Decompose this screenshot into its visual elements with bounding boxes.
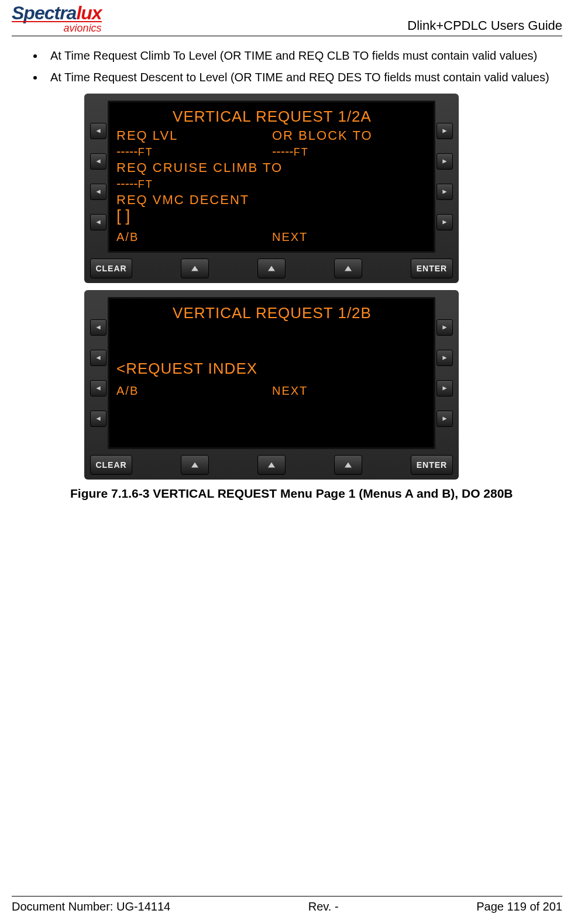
enter-button[interactable]: ENTER [411, 455, 453, 475]
footer-ab[interactable]: A/B [116, 384, 272, 398]
cdu-screen-b: VERTICAL REQUEST 1/2B <REQUEST INDEX A/B… [108, 297, 435, 449]
up-arrow-button[interactable] [334, 258, 362, 278]
label-or-block-to: OR BLOCK TO [272, 127, 428, 144]
lsk-l4[interactable] [90, 214, 106, 230]
clear-button[interactable]: CLEAR [90, 455, 132, 475]
page-footer: Document Number: UG-14114 Rev. - Page 11… [12, 896, 562, 913]
lsk-r3[interactable] [436, 380, 453, 397]
bottom-button-row: CLEAR ENTER [89, 455, 454, 475]
lsk-l2[interactable] [90, 350, 106, 366]
field-cruise-climb[interactable]: ----- [116, 176, 138, 191]
figure-caption: Figure 7.1.6-3 VERTICAL REQUEST Menu Pag… [70, 487, 556, 501]
bullet-item: At Time Request Climb To Level (OR TIME … [44, 47, 556, 65]
up-arrow-button[interactable] [334, 455, 362, 475]
left-lsk-column [89, 101, 108, 253]
footer-ab[interactable]: A/B [116, 230, 272, 244]
footer-next[interactable]: NEXT [272, 230, 308, 244]
bullet-item: At Time Request Descent to Level (OR TIM… [44, 68, 556, 87]
clear-button[interactable]: CLEAR [90, 258, 132, 278]
logo: Spectralux avionics [12, 4, 102, 33]
document-title: Dlink+CPDLC Users Guide [407, 18, 562, 33]
enter-button[interactable]: ENTER [411, 258, 453, 278]
right-lsk-column [435, 297, 454, 449]
unit-ft: FT [138, 178, 153, 190]
footer-docnum: Document Number: UG-14114 [12, 900, 170, 913]
lsk-l3[interactable] [90, 184, 106, 200]
cdu-device-a: VERTICAL REQUEST 1/2A REQ LVL OR BLOCK T… [84, 94, 459, 283]
bottom-button-row: CLEAR ENTER [89, 258, 454, 278]
lsk-r4[interactable] [436, 214, 453, 230]
right-lsk-column [435, 101, 454, 253]
lsk-l3[interactable] [90, 380, 106, 397]
lsk-l4[interactable] [90, 411, 106, 427]
field-vmc-descent[interactable]: [ ] [116, 208, 428, 224]
lsk-r3[interactable] [436, 184, 453, 200]
content: At Time Request Climb To Level (OR TIME … [12, 36, 562, 501]
footer-next[interactable]: NEXT [272, 384, 308, 398]
left-lsk-column [89, 297, 108, 449]
label-req-vmc-descent: REQ VMC DECENT [116, 192, 428, 208]
lsk-r1[interactable] [436, 319, 453, 336]
screen-title: VERTICAL REQUEST 1/2B [116, 304, 428, 323]
lsk-l2[interactable] [90, 153, 106, 170]
field-req-lvl[interactable]: ----- [116, 144, 138, 158]
footer-page: Page 119 of 201 [476, 900, 562, 913]
logo-main: Spectralux [12, 4, 102, 22]
lsk-r2[interactable] [436, 350, 453, 366]
lsk-l1[interactable] [90, 319, 106, 336]
label-req-lvl: REQ LVL [116, 127, 272, 144]
lsk-l1[interactable] [90, 123, 106, 139]
label-req-cruise-climb: REQ CRUISE CLIMB TO [116, 160, 428, 176]
bullet-list: At Time Request Climb To Level (OR TIME … [29, 47, 556, 87]
cdu-screen-a: VERTICAL REQUEST 1/2A REQ LVL OR BLOCK T… [108, 101, 435, 253]
page-header: Spectralux avionics Dlink+CPDLC Users Gu… [12, 0, 562, 36]
lsk-r1[interactable] [436, 123, 453, 139]
screen-title: VERTICAL REQUEST 1/2A [116, 107, 428, 126]
lsk-r2[interactable] [436, 153, 453, 170]
up-arrow-button[interactable] [181, 455, 209, 475]
up-arrow-button[interactable] [181, 258, 209, 278]
unit-ft: FT [138, 146, 153, 158]
logo-sub: avionics [12, 21, 102, 33]
cdu-device-b: VERTICAL REQUEST 1/2B <REQUEST INDEX A/B… [84, 290, 459, 480]
unit-ft: FT [294, 146, 309, 158]
footer-rev: Rev. - [308, 900, 339, 913]
up-arrow-button[interactable] [257, 258, 286, 278]
lsk-r4[interactable] [436, 411, 453, 427]
field-block-to[interactable]: ----- [272, 144, 294, 158]
up-arrow-button[interactable] [257, 455, 286, 475]
request-index-link[interactable]: <REQUEST INDEX [116, 359, 428, 378]
